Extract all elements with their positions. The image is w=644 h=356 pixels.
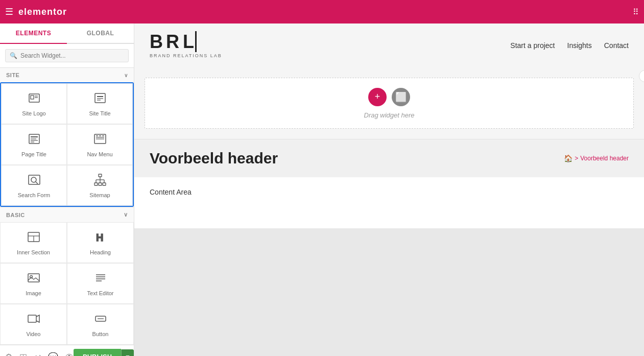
svg-rect-4 xyxy=(95,93,105,103)
site-logo-area: B R L BRAND RELATIONS LAB xyxy=(150,33,222,58)
nav-menu-label: Nav Menu xyxy=(87,151,112,157)
search-container: 🔍 xyxy=(0,44,134,68)
inner-section-label: Inner Section xyxy=(17,249,50,255)
video-icon xyxy=(27,312,41,328)
page-title-bar: Voorbeeld header 🏠 > Voorbeeld header xyxy=(134,139,644,177)
site-section-label: SITE xyxy=(6,72,19,78)
svg-line-21 xyxy=(36,182,38,184)
publish-button[interactable]: PUBLISH xyxy=(74,349,121,356)
search-form-icon xyxy=(27,173,41,189)
drag-controls: + ⬜ Drag widget here xyxy=(364,88,415,119)
widget-heading[interactable]: H Heading xyxy=(67,222,134,263)
logo-brl: B R xyxy=(150,31,178,52)
breadcrumb-separator: > xyxy=(575,155,578,162)
svg-rect-22 xyxy=(99,174,102,177)
svg-rect-23 xyxy=(94,183,98,185)
inner-section-icon xyxy=(27,230,41,246)
bottom-icons: ⚙ ◫ ↩ 💬 👁 xyxy=(5,352,74,356)
site-section-chevron: ∨ xyxy=(124,73,128,78)
search-input[interactable] xyxy=(20,52,124,59)
svg-rect-35 xyxy=(28,274,39,282)
site-logo-label: Site Logo xyxy=(22,110,45,116)
basic-section-header[interactable]: BASIC ∨ xyxy=(0,207,134,222)
image-label: Image xyxy=(26,290,41,296)
widget-site-title[interactable]: Site Title xyxy=(67,83,133,124)
content-area: Content Area xyxy=(134,177,644,228)
search-box-icon: 🔍 xyxy=(10,52,17,59)
collapse-sidebar-button[interactable]: ‹ xyxy=(639,70,644,82)
nav-start-project[interactable]: Start a project xyxy=(510,41,555,50)
elementor-logo: elementor xyxy=(18,7,67,17)
button-icon xyxy=(93,312,108,328)
svg-rect-41 xyxy=(28,315,36,322)
image-icon xyxy=(27,271,41,287)
page-title-label: Page Title xyxy=(21,151,46,157)
widget-text-editor[interactable]: Text Editor xyxy=(67,263,134,304)
site-header: B R L BRAND RELATIONS LAB Start a projec… xyxy=(134,23,644,67)
heading-label: Heading xyxy=(90,249,111,255)
heading-icon: H xyxy=(93,230,108,246)
settings-icon[interactable]: ⚙ xyxy=(5,352,12,356)
top-bar: ☰ elementor ⠿ xyxy=(0,0,644,23)
drop-zone: + ⬜ Drag widget here xyxy=(145,78,634,129)
hamburger-icon[interactable]: ☰ xyxy=(5,6,13,17)
undo-icon[interactable]: ↩ xyxy=(34,352,41,356)
widget-sitemap[interactable]: Sitemap xyxy=(67,165,133,206)
page-title: Voorbeeld header xyxy=(150,150,278,167)
top-bar-left: ☰ elementor xyxy=(5,6,67,17)
text-editor-icon xyxy=(93,271,108,287)
widget-nav-menu[interactable]: Nav Menu xyxy=(67,124,133,165)
comment-icon[interactable]: 💬 xyxy=(48,352,58,356)
search-form-label: Search Form xyxy=(18,192,51,198)
site-logo-icon xyxy=(27,91,41,107)
video-label: Video xyxy=(27,331,41,337)
svg-rect-24 xyxy=(99,183,102,185)
template-icon[interactable]: ◫ xyxy=(19,352,27,356)
tab-elements[interactable]: ELEMENTS xyxy=(0,23,67,44)
header-preview-region: B R L BRAND RELATIONS LAB Start a projec… xyxy=(134,23,644,129)
add-section-button[interactable]: ⬜ xyxy=(392,88,410,106)
publish-arrow-button[interactable]: ▼ xyxy=(121,349,134,357)
grid-icon[interactable]: ⠿ xyxy=(633,7,639,17)
breadcrumb-home-icon: 🏠 xyxy=(564,154,573,162)
preview-icon[interactable]: 👁 xyxy=(65,352,74,357)
widget-image[interactable]: Image xyxy=(0,263,67,304)
site-nav: Start a project Insights Contact xyxy=(510,41,629,50)
bottom-bar: ⚙ ◫ ↩ 💬 👁 PUBLISH ▼ xyxy=(0,345,134,356)
add-widget-button[interactable]: + xyxy=(368,88,387,106)
publish-btn-group: PUBLISH ▼ xyxy=(74,349,134,356)
site-title-icon xyxy=(93,91,107,107)
preview-wrapper: B R L BRAND RELATIONS LAB Start a projec… xyxy=(134,23,644,228)
sitemap-label: Sitemap xyxy=(89,192,110,198)
logo-l: L xyxy=(183,31,197,52)
widget-search-form[interactable]: Search Form xyxy=(1,165,67,206)
widget-button[interactable]: Button xyxy=(67,304,134,345)
search-box: 🔍 xyxy=(5,49,129,62)
nav-contact[interactable]: Contact xyxy=(604,41,629,50)
sidebar: ELEMENTS GLOBAL 🔍 SITE ∨ xyxy=(0,23,134,356)
site-logo-text: B R L xyxy=(150,33,222,51)
svg-point-20 xyxy=(31,177,36,182)
basic-widgets-grid: Inner Section H Heading xyxy=(0,222,134,345)
nav-insights[interactable]: Insights xyxy=(567,41,592,50)
widget-page-title[interactable]: Page Title xyxy=(1,124,67,165)
drag-buttons: + ⬜ xyxy=(368,88,410,106)
text-editor-label: Text Editor xyxy=(87,290,114,296)
svg-rect-19 xyxy=(29,175,40,184)
widget-inner-section[interactable]: Inner Section xyxy=(0,222,67,263)
breadcrumb: 🏠 > Voorbeeld header xyxy=(564,154,629,162)
canvas: B R L BRAND RELATIONS LAB Start a projec… xyxy=(134,23,644,356)
sidebar-tabs: ELEMENTS GLOBAL xyxy=(0,23,134,44)
nav-menu-icon xyxy=(93,132,107,148)
sitemap-icon xyxy=(93,173,107,189)
site-title-label: Site Title xyxy=(89,110,110,116)
breadcrumb-current: Voorbeeld header xyxy=(580,155,629,162)
widget-site-logo[interactable]: Site Logo xyxy=(1,83,67,124)
page-title-icon xyxy=(27,132,41,148)
widget-video[interactable]: Video xyxy=(0,304,67,345)
drag-text: Drag widget here xyxy=(364,111,415,119)
site-tagline: BRAND RELATIONS LAB xyxy=(150,53,222,58)
tab-global[interactable]: GLOBAL xyxy=(67,23,134,43)
site-section-header[interactable]: SITE ∨ xyxy=(0,68,134,82)
site-widgets-grid: Site Logo Site Title xyxy=(0,82,134,207)
